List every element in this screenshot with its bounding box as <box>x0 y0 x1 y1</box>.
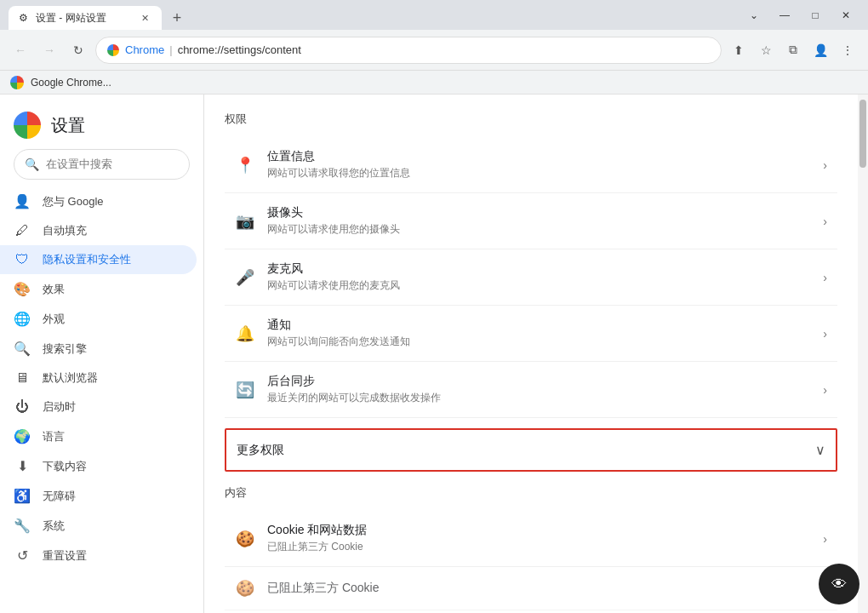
settings-search-bar[interactable]: 🔍 在设置中搜索 <box>14 149 190 180</box>
scrollbar-track[interactable] <box>858 95 868 613</box>
profile-button[interactable]: 👤 <box>808 38 832 62</box>
notifications-title: 通知 <box>267 318 811 333</box>
sidebar-title: 设置 <box>51 114 85 137</box>
microphone-icon: 🎤 <box>235 268 255 287</box>
back-button[interactable]: ← <box>9 38 32 62</box>
address-scheme: Chrome <box>125 43 164 56</box>
permission-location[interactable]: 📍 位置信息 网站可以请求取得您的位置信息 › <box>225 137 837 193</box>
share-button[interactable]: ⬆ <box>727 38 751 62</box>
background-sync-desc: 最近关闭的网站可以完成数据收发操作 <box>267 391 811 405</box>
more-permissions-label: 更多权限 <box>237 443 815 458</box>
chevron-down-button[interactable]: ⌄ <box>740 5 768 26</box>
permission-camera[interactable]: 📷 摄像头 网站可以请求使用您的摄像头 › <box>225 193 837 249</box>
cookie-icon: 🍪 <box>235 530 255 548</box>
new-tab-button[interactable]: + <box>165 6 189 30</box>
content-area: 权限 📍 位置信息 网站可以请求取得您的位置信息 › 📷 摄像头 <box>204 95 868 613</box>
sidebar-item-startup[interactable]: ⏻ 启动时 <box>0 392 197 421</box>
sidebar-item-privacy[interactable]: 🛡 隐私设置和安全性 <box>0 245 197 274</box>
microphone-title: 麦克风 <box>267 261 811 277</box>
location-title: 位置信息 <box>267 149 811 164</box>
permission-background-sync[interactable]: 🔄 后台同步 最近关闭的网站可以完成数据收发操作 › <box>225 362 837 418</box>
privacy-icon: 🛡 <box>14 252 31 267</box>
search-placeholder: 在设置中搜索 <box>46 157 112 172</box>
search-engine-icon: 🔍 <box>14 341 31 357</box>
sidebar-item-accessibility[interactable]: ♿ 无障碍 <box>0 481 197 511</box>
camera-chevron-icon: › <box>823 215 827 228</box>
chrome-logo <box>10 76 24 89</box>
location-text: 位置信息 网站可以请求取得您的位置信息 <box>267 149 811 180</box>
forward-button[interactable]: → <box>37 38 61 62</box>
language-icon: 🌍 <box>14 428 31 444</box>
sidebar-item-effects-label: 效果 <box>43 282 65 297</box>
location-desc: 网站可以请求取得您的位置信息 <box>267 166 811 180</box>
tab-close-button[interactable]: ✕ <box>138 11 151 25</box>
cookie2-icon: 🍪 <box>235 579 255 598</box>
reload-button[interactable]: ↻ <box>66 38 90 62</box>
sidebar-item-privacy-label: 隐私设置和安全性 <box>43 252 131 267</box>
effects-icon: 🎨 <box>14 281 31 297</box>
background-sync-text: 后台同步 最近关闭的网站可以完成数据收发操作 <box>267 374 811 405</box>
notifications-desc: 网站可以询问能否向您发送通知 <box>267 335 811 349</box>
sidebar-item-system[interactable]: 🔧 系统 <box>0 511 197 541</box>
sidebar: 设置 🔍 在设置中搜索 👤 您与 Google 🖊 自动填充 🛡 隐私设置和安全… <box>0 95 204 613</box>
scrollbar-thumb[interactable] <box>859 100 866 168</box>
sidebar-item-reset[interactable]: ↺ 重置设置 <box>0 541 197 570</box>
bookmark-button[interactable]: ☆ <box>754 38 778 62</box>
menu-button[interactable]: ⋮ <box>836 38 859 62</box>
permission-notifications[interactable]: 🔔 通知 网站可以询问能否向您发送通知 › <box>225 306 837 362</box>
omnibar: ← → ↻ Chrome | chrome://settings/content… <box>0 30 868 71</box>
default-browser-icon: 🖥 <box>14 370 31 386</box>
permission-microphone[interactable]: 🎤 麦克风 网站可以请求使用您的麦克风 › <box>225 249 837 306</box>
window-controls: ⌄ — □ ✕ <box>740 5 859 26</box>
downloads-icon: ⬇ <box>14 458 31 474</box>
cookie2-text: 已阻止第三方 Cookie <box>267 581 811 596</box>
more-permissions-row[interactable]: 更多权限 ∨ <box>225 428 837 472</box>
camera-desc: 网站可以请求使用您的摄像头 <box>267 222 811 237</box>
sidebar-item-autofill-label: 自动填充 <box>43 223 87 238</box>
content-section: 🍪 Cookie 和网站数据 已阻止第三方 Cookie › 🍪 已阻止第三方 … <box>225 511 837 610</box>
sidebar-item-reset-label: 重置设置 <box>43 548 87 564</box>
cookie-text: Cookie 和网站数据 已阻止第三方 Cookie <box>267 523 811 554</box>
sidebar-item-appearance[interactable]: 🌐 外观 <box>0 304 197 334</box>
content-section-label: 内容 <box>225 482 837 504</box>
sidebar-item-system-label: 系统 <box>43 518 65 534</box>
location-icon: 📍 <box>235 156 255 175</box>
active-tab[interactable]: ⚙ 设置 - 网站设置 ✕ <box>9 6 162 30</box>
address-scheme-icon <box>106 43 120 57</box>
sidebar-item-language[interactable]: 🌍 语言 <box>0 421 197 451</box>
system-icon: 🔧 <box>14 518 31 534</box>
background-sync-title: 后台同步 <box>267 374 811 389</box>
sidebar-item-appearance-label: 外观 <box>43 312 65 327</box>
camera-title: 摄像头 <box>267 205 811 221</box>
notifications-icon: 🔔 <box>235 324 255 343</box>
minimize-button[interactable]: — <box>771 5 798 26</box>
sidebar-item-downloads[interactable]: ⬇ 下载内容 <box>0 451 197 481</box>
address-bar[interactable]: Chrome | chrome://settings/content <box>95 37 722 64</box>
microphone-chevron-icon: › <box>823 271 827 284</box>
permissions-section: 📍 位置信息 网站可以请求取得您的位置信息 › 📷 摄像头 网站可以请求使用您的… <box>225 137 837 418</box>
sidebar-item-autofill[interactable]: 🖊 自动填充 <box>0 216 197 245</box>
permissions-section-label: 权限 <box>225 108 837 130</box>
microphone-desc: 网站可以请求使用您的麦克风 <box>267 278 811 293</box>
startup-icon: ⏻ <box>14 399 31 415</box>
maximize-button[interactable]: □ <box>802 5 829 26</box>
close-button[interactable]: ✕ <box>832 5 859 26</box>
tab-bar: ⚙ 设置 - 网站设置 ✕ + <box>9 0 189 30</box>
accessibility-icon: ♿ <box>14 488 31 504</box>
cookie-desc: 已阻止第三方 Cookie <box>267 540 811 554</box>
sidebar-item-effects[interactable]: 🎨 效果 <box>0 274 197 304</box>
sidebar-item-startup-label: 启动时 <box>43 399 76 415</box>
camera-text: 摄像头 网站可以请求使用您的摄像头 <box>267 205 811 237</box>
sidebar-item-browser[interactable]: 🖥 默认浏览器 <box>0 364 197 392</box>
tab-search-button[interactable]: ⧉ <box>781 38 805 62</box>
expand-icon: ∨ <box>815 442 825 458</box>
cookie-item-2[interactable]: 🍪 已阻止第三方 Cookie › <box>225 567 837 610</box>
google-icon: 👤 <box>14 193 31 209</box>
cookie-title: Cookie 和网站数据 <box>267 523 811 538</box>
sidebar-item-search[interactable]: 🔍 搜索引擎 <box>0 334 197 364</box>
cookie-item[interactable]: 🍪 Cookie 和网站数据 已阻止第三方 Cookie › <box>225 511 837 567</box>
microphone-text: 麦克风 网站可以请求使用您的麦克风 <box>267 261 811 293</box>
notifications-text: 通知 网站可以询问能否向您发送通知 <box>267 318 811 349</box>
search-icon: 🔍 <box>25 158 39 171</box>
sidebar-item-google[interactable]: 👤 您与 Google <box>0 186 197 216</box>
